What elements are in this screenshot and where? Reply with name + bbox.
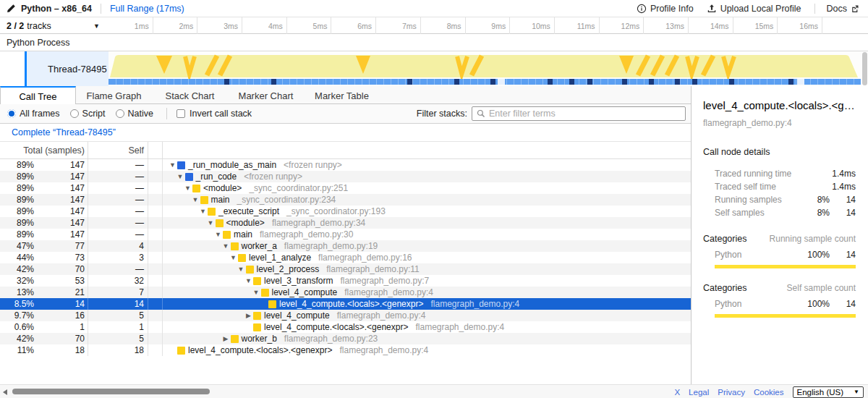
ruler-tick: 8ms [421, 17, 466, 34]
table-row[interactable]: 42%705▶worker_bflamegraph_demo.py:23 [0, 333, 691, 344]
full-range-button[interactable]: Full Range (17ms) [110, 4, 184, 14]
category-square-icon [208, 208, 216, 216]
category-square-icon [246, 266, 254, 274]
upload-profile-button[interactable]: Upload Local Profile [707, 4, 801, 14]
language-select[interactable]: English (US)▼ [793, 386, 864, 398]
table-row[interactable]: 89%147—▼mainflamegraph_demo.py:30 [0, 229, 691, 240]
row-tree-cell: ▶level_4_computeflamegraph_demo.py:4 [163, 310, 691, 321]
tab-flame-graph[interactable]: Flame Graph [76, 86, 152, 104]
column-header-self[interactable]: Self [88, 142, 148, 158]
function-file: flamegraph_demo.py:23 [284, 334, 378, 344]
expander-open-icon[interactable]: ▼ [221, 242, 231, 250]
row-icons-cell [148, 321, 163, 333]
sample-strip-cell-line [166, 79, 167, 85]
sample-strip-cell-line [796, 79, 796, 85]
tab-marker-chart[interactable]: Marker Chart [228, 86, 304, 104]
row-icons-cell [148, 275, 163, 287]
expander-open-icon[interactable]: ▼ [168, 161, 177, 169]
filter-stacks-input[interactable] [489, 109, 681, 119]
table-row[interactable]: 89%147—▼_execute_script_sync_coordinator… [0, 206, 691, 217]
row-self-samples: 32 [88, 275, 148, 287]
function-name: level_3_transform [264, 276, 333, 286]
sidebar-detail-value: 1.4ms [830, 169, 856, 179]
footer-link-cookies[interactable]: Cookies [754, 388, 784, 397]
expander-open-icon[interactable]: ▼ [198, 208, 208, 215]
sample-strip-cell-line [608, 79, 608, 85]
scroll-left-arrow-icon[interactable] [3, 389, 7, 395]
expander-closed-icon[interactable]: ▶ [221, 335, 231, 342]
expander-closed-icon[interactable]: ▶ [244, 312, 253, 319]
function-file: flamegraph_demo.py:16 [318, 253, 412, 263]
table-row[interactable]: 89%147—▼main_sync_coordinator.py:234 [0, 194, 691, 206]
process-track-header[interactable]: Python Process [0, 34, 868, 51]
tracks-dropdown[interactable]: 2 / 2 tracks ▼ [0, 17, 109, 34]
expander-open-icon[interactable]: ▼ [237, 266, 246, 273]
thread-activity-graph[interactable] [109, 51, 861, 86]
filter-input-box[interactable] [472, 106, 686, 121]
profile-info-button[interactable]: Profile Info [637, 4, 694, 14]
table-row[interactable]: 89%147—▼_run_module_as_main<frozen runpy… [0, 159, 691, 171]
ruler-tick-label: 6ms [357, 22, 372, 30]
upload-icon [707, 4, 717, 14]
radio-option-native[interactable]: Native [109, 109, 153, 119]
category-value: 14 [830, 250, 856, 260]
table-row[interactable]: 89%147—▼<module>flamegraph_demo.py:34 [0, 217, 691, 229]
table-row[interactable]: 47%774▼worker_aflamegraph_demo.py:19 [0, 240, 691, 252]
footer-link-privacy[interactable]: Privacy [718, 388, 745, 397]
expander-open-icon[interactable]: ▼ [206, 219, 216, 226]
sample-strip-cell-line [282, 79, 283, 85]
row-icons-cell [148, 182, 163, 194]
table-row[interactable]: 11%1818level_4_compute.<locals>.<genexpr… [0, 344, 691, 356]
sample-strip-cell-line [781, 79, 782, 85]
profile-name[interactable]: Python – x86_64 [21, 4, 92, 14]
sidebar-detail-value: 1.4ms [830, 182, 856, 192]
expander-open-icon[interactable]: ▼ [229, 254, 238, 261]
function-name: level_4_compute.<locals>.<genexpr> [279, 299, 423, 309]
column-header-total[interactable]: Total (samples) [0, 142, 88, 158]
tab-stack-chart[interactable]: Stack Chart [152, 86, 228, 104]
edit-pencil-icon[interactable] [7, 4, 16, 13]
table-row[interactable]: 32%5332▼level_3_transformflamegraph_demo… [0, 275, 691, 287]
table-row[interactable]: 0.6%11level_4_compute.<locals>.<genexpr>… [0, 321, 691, 333]
footer-link-legal[interactable]: Legal [689, 388, 709, 397]
expander-open-icon[interactable]: ▼ [191, 196, 200, 203]
tab-marker-table[interactable]: Marker Table [304, 86, 380, 104]
table-row[interactable]: 42%70—▼level_2_processflamegraph_demo.py… [0, 263, 691, 275]
radio-option-all-frames[interactable]: All frames [0, 109, 60, 119]
tracks-vertical-scrollbar[interactable] [862, 52, 867, 85]
docs-link[interactable]: Docs [827, 4, 859, 14]
expander-open-icon[interactable]: ▼ [213, 231, 223, 238]
sample-strip-marker [490, 79, 495, 85]
sample-strip-cell-line [217, 79, 218, 85]
table-row[interactable]: 44%733▼level_1_analyzeflamegraph_demo.py… [0, 252, 691, 263]
table-row[interactable]: 89%147—▼<module>_sync_coordinator.py:251 [0, 182, 691, 194]
expander-open-icon[interactable]: ▼ [244, 277, 253, 284]
radio-icon[interactable] [70, 109, 79, 118]
sample-strip-cell-line [268, 79, 268, 85]
top-header: Python – x86_64 Full Range (17ms) Profil… [0, 0, 868, 17]
radio-icon[interactable] [7, 109, 16, 118]
expander-open-icon[interactable]: ▼ [176, 173, 185, 180]
thread-track-label[interactable]: Thread-78495 [25, 51, 109, 86]
ruler-tick: 13ms [644, 17, 689, 34]
invert-callstack-checkbox[interactable] [176, 109, 185, 118]
table-row[interactable]: 9.7%165▶level_4_computeflamegraph_demo.p… [0, 310, 691, 321]
expander-open-icon[interactable]: ▼ [183, 185, 192, 192]
radio-icon[interactable] [116, 109, 124, 118]
footer-link-x[interactable]: X [674, 388, 680, 397]
row-tree-cell: ▼<module>_sync_coordinator.py:251 [163, 183, 691, 193]
tab-call-tree[interactable]: Call Tree [0, 86, 76, 105]
sample-strip-cell-line [723, 79, 724, 85]
table-row[interactable]: 8.5%1414level_4_compute.<locals>.<genexp… [0, 298, 691, 310]
breadcrumb-root-link[interactable]: Complete “Thread-78495” [12, 127, 116, 137]
table-row[interactable]: 13%217▼level_4_computeflamegraph_demo.py… [0, 287, 691, 298]
horizontal-scrollbar-thumb[interactable] [12, 389, 210, 394]
table-row[interactable]: 89%147—▼_run_code<frozen runpy> [0, 171, 691, 182]
expander-open-icon[interactable]: ▼ [252, 289, 261, 296]
row-icons-cell [148, 310, 163, 321]
thread-track[interactable]: Thread-78495 [0, 51, 868, 86]
sample-strip-cell-line [123, 79, 124, 85]
sample-strip-cell-line [181, 79, 182, 85]
row-total-percent: 42% [0, 334, 34, 344]
radio-option-script[interactable]: Script [63, 109, 106, 119]
